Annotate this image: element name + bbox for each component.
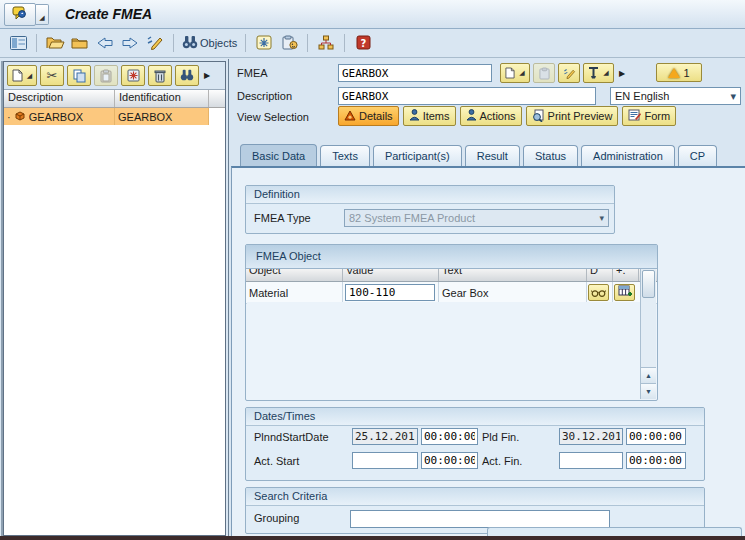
scroll-down-button[interactable]: ▼ (641, 383, 656, 399)
print-preview-button[interactable]: Print Preview (526, 106, 619, 126)
fmea-input[interactable] (338, 64, 492, 82)
tree-row-identification: GEARBOX (118, 111, 172, 123)
add-object-button[interactable] (614, 284, 635, 301)
table-empty-rows (247, 302, 640, 399)
tab-administration[interactable]: Administration (581, 145, 675, 166)
binoculars-icon (180, 69, 194, 83)
tab-basic-data[interactable]: Basic Data (240, 144, 317, 166)
plnnd-start-date-label: PlnndStartDate (254, 431, 329, 443)
display-object-button[interactable] (588, 284, 609, 301)
tree-find-button[interactable] (175, 65, 199, 86)
basic-data-tab-panel: Definition FMEA Type 82 System FMEA Prod… (231, 166, 745, 536)
find-objects-button[interactable]: Objects (182, 33, 237, 53)
tree-cut-button[interactable]: ✂ (40, 65, 64, 86)
tree-row-gearbox[interactable]: · GEARBOX GEARBOX (4, 108, 225, 125)
hold-clipboard-button[interactable] (533, 63, 555, 83)
text-cell: Gear Box (439, 282, 587, 303)
column-header-plus[interactable]: +. (613, 269, 639, 281)
open-folder-button[interactable] (45, 33, 65, 53)
view-actions-button[interactable]: Actions (460, 106, 522, 126)
fmea-object-group: FMEA Object Object Value Text D +. Mater… (245, 244, 658, 401)
description-label: Description (237, 90, 292, 102)
tab-texts[interactable]: Texts (320, 145, 370, 166)
header-toolbar-expander[interactable]: ▶ (619, 69, 625, 78)
tree-trash-button[interactable] (148, 65, 172, 86)
new-folder-button[interactable] (70, 33, 90, 53)
table-vertical-scrollbar[interactable]: ▲ ▼ (640, 269, 656, 399)
create-fmea-button[interactable]: ◢ (500, 63, 530, 83)
column-header-value[interactable]: Value (343, 269, 439, 281)
view-details-button[interactable]: Details (338, 106, 399, 126)
layout-panel-button[interactable] (8, 33, 28, 53)
messages-warning-button[interactable]: 1 (656, 63, 702, 82)
act-start-date-input[interactable] (352, 452, 418, 469)
warning-count: 1 (683, 67, 689, 79)
plnnd-start-time-input[interactable] (421, 428, 478, 445)
panel-splitter[interactable] (228, 59, 229, 536)
system-menu-button[interactable] (4, 3, 36, 26)
scroll-up-button[interactable]: ▲ (641, 367, 656, 383)
title-bar: ◢ Create FMEA (0, 0, 745, 29)
tree-toolbar-expander[interactable]: ▶ (204, 71, 210, 80)
act-fin-time-input[interactable] (626, 452, 686, 469)
create-dropdown-arrow[interactable]: ◢ (519, 69, 524, 77)
description-input[interactable] (338, 87, 596, 105)
tab-status[interactable]: Status (523, 145, 578, 166)
form-button[interactable]: Form (622, 106, 676, 126)
change-display-pencil-button[interactable] (145, 33, 165, 53)
plnnd-start-date-input[interactable] (352, 428, 418, 445)
language-dropdown-arrow[interactable]: ▾ (730, 90, 736, 103)
forward-arrow-button[interactable] (120, 33, 140, 53)
back-arrow-button[interactable] (95, 33, 115, 53)
help-button[interactable]: ? (353, 33, 373, 53)
pld-fin-time-input[interactable] (626, 428, 686, 445)
tree-new-button[interactable]: ◢ (7, 65, 37, 86)
tab-participants[interactable]: Participant(s) (373, 145, 462, 166)
column-header-object[interactable]: Object (246, 269, 343, 281)
create-session-button[interactable] (254, 33, 274, 53)
column-header-text[interactable]: Text (439, 269, 587, 281)
actual-dates-row: Act. Start Act. Fin. (246, 450, 704, 474)
hierarchy-button[interactable] (316, 33, 336, 53)
scrollbar-thumb[interactable] (642, 270, 655, 298)
pld-fin-date-input[interactable] (559, 428, 623, 445)
next-group-partial (487, 527, 742, 536)
material-value-input[interactable] (345, 284, 435, 301)
view-items-button[interactable]: Items (403, 106, 456, 126)
pld-fin-label: Pld Fin. (482, 431, 519, 443)
act-start-time-input[interactable] (421, 452, 478, 469)
system-menu-dropdown-arrow[interactable]: ◢ (36, 4, 49, 25)
column-header-identification[interactable]: Identification (115, 90, 209, 107)
tab-cp[interactable]: CP (678, 145, 717, 166)
objects-button-label: Objects (200, 37, 237, 49)
tree-paste-button[interactable] (94, 65, 118, 86)
fmea-type-dropdown[interactable]: 82 System FMEA Product ▾ (344, 209, 609, 227)
language-dropdown[interactable]: EN English ▾ (610, 87, 741, 105)
delete-fmea-button[interactable]: ◢ (583, 63, 614, 83)
new-dropdown-arrow[interactable]: ◢ (27, 72, 32, 80)
fmea-object-row-material[interactable]: Material Gear Box (246, 282, 657, 304)
tab-result[interactable]: Result (465, 145, 520, 166)
person-icon (466, 109, 477, 123)
column-header-description[interactable]: Description (4, 90, 115, 107)
planned-dates-row: PlnndStartDate Pld Fin. (246, 426, 704, 450)
tree-delete-version-button[interactable] (121, 65, 145, 86)
tree-copy-button[interactable] (67, 65, 91, 86)
column-header-d[interactable]: D (587, 269, 613, 281)
details-icon (344, 110, 356, 123)
assign-shortcut-button[interactable] (279, 33, 299, 53)
delete-dropdown-arrow[interactable]: ◢ (603, 69, 608, 77)
tree-row-description: GEARBOX (29, 111, 83, 123)
fmea-type-dropdown-arrow[interactable]: ▾ (599, 213, 604, 223)
fmea-type-value: 82 System FMEA Product (349, 212, 475, 224)
fmea-object-header: FMEA Object (246, 245, 657, 269)
grouping-input[interactable] (350, 510, 610, 528)
tree-column-headers: Description Identification (4, 90, 225, 108)
view-selection-label: View Selection (237, 111, 309, 123)
change-fmea-button[interactable] (558, 63, 580, 83)
column-header-stub (209, 90, 225, 107)
window-title: Create FMEA (65, 6, 152, 22)
tab-strip: Basic Data Texts Participant(s) Result S… (240, 145, 717, 166)
act-start-label: Act. Start (254, 455, 299, 467)
act-fin-date-input[interactable] (559, 452, 623, 469)
